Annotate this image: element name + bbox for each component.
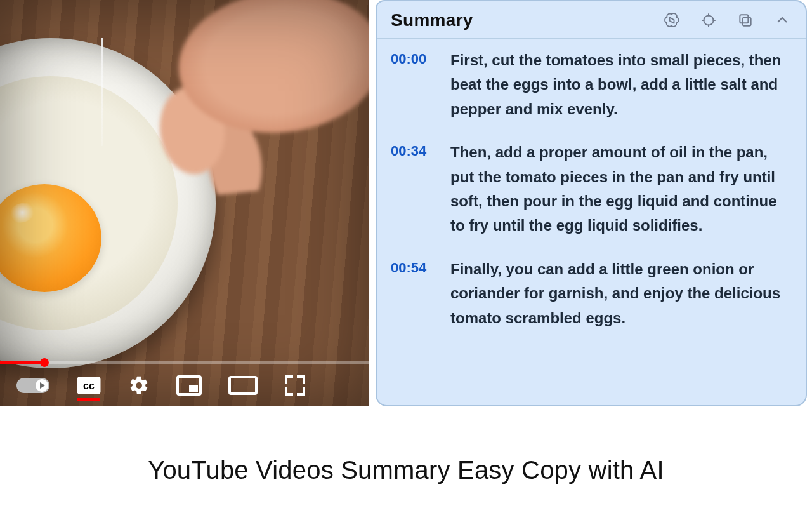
promo-caption: YouTube Videos Summary Easy Copy with AI [0,432,812,508]
summary-item: 00:34 Then, add a proper amount of oil i… [391,140,792,238]
svg-rect-6 [743,18,751,26]
fullscreen-button[interactable] [284,375,306,396]
summary-text: First, cut the tomatoes into small piece… [450,48,792,121]
svg-text:cc: cc [83,380,95,391]
svg-rect-7 [740,15,748,23]
miniplayer-button[interactable] [176,375,202,396]
copy-icon[interactable] [736,11,755,30]
video-frame [0,0,369,406]
summary-actions [662,11,792,30]
summary-panel: Summary [376,0,807,406]
timestamp-link[interactable]: 00:54 [391,257,436,330]
promo-caption-text: YouTube Videos Summary Easy Copy with AI [148,456,664,485]
summary-header: Summary [377,1,806,39]
settings-button[interactable] [128,375,150,396]
openai-icon[interactable] [662,11,681,30]
svg-rect-4 [230,377,256,394]
captions-button[interactable]: cc [76,376,102,395]
player-controls: cc [0,364,369,406]
timestamp-link[interactable]: 00:34 [391,140,436,238]
timestamp-link[interactable]: 00:00 [391,48,436,121]
svg-rect-3 [189,385,198,392]
svg-point-5 [704,15,713,25]
summary-item: 00:00 First, cut the tomatoes into small… [391,48,792,121]
theater-button[interactable] [228,376,258,395]
captions-active-indicator [77,398,100,401]
collapse-icon[interactable] [773,11,792,30]
summary-text: Then, add a proper amount of oil in the … [450,140,792,238]
summary-text: Finally, you can add a little green onio… [450,257,792,330]
summary-item: 00:54 Finally, you can add a little gree… [391,257,792,330]
play-icon [36,379,48,392]
summary-title: Summary [391,10,473,30]
video-player[interactable]: cc [0,0,369,406]
autoplay-toggle[interactable] [16,378,49,393]
target-icon[interactable] [699,11,718,30]
summary-body: 00:00 First, cut the tomatoes into small… [377,39,806,356]
